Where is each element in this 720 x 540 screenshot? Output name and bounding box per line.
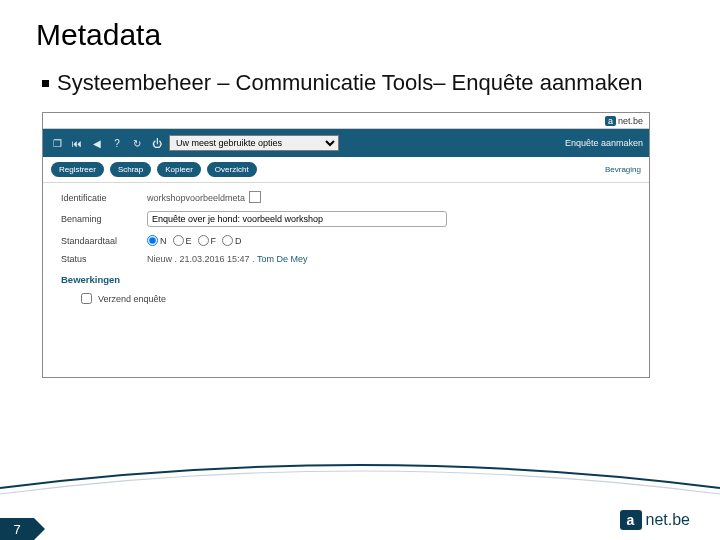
lang-f-label: F	[211, 236, 217, 246]
bewerkingen-label: Bewerkingen	[61, 274, 147, 285]
status-user-link[interactable]: Tom De Mey	[257, 254, 308, 264]
footer-logo-text: net.be	[646, 511, 690, 529]
lang-f-radio[interactable]	[198, 235, 209, 246]
rewind-first-icon[interactable]: ⏮	[69, 135, 85, 151]
options-dropdown[interactable]: Uw meest gebruikte opties	[169, 135, 339, 151]
brand-chip: a net.be	[605, 116, 643, 126]
standaardtaal-radios: N E F D	[147, 235, 242, 246]
identificatie-value: workshopvoorbeeldmeta	[147, 193, 245, 203]
lang-n-radio[interactable]	[147, 235, 158, 246]
overzicht-button[interactable]: Overzicht	[207, 162, 257, 177]
standaardtaal-label: Standaardtaal	[61, 236, 147, 246]
verzend-checkbox[interactable]	[81, 293, 92, 304]
app-screenshot: a net.be ❐ ⏮ ◀ ? ↻ ⏻ Uw meest gebruikte …	[42, 112, 650, 378]
decorative-curve	[0, 450, 720, 510]
copy-icon[interactable]	[251, 193, 261, 203]
status-value: Nieuw . 21.03.2016 15:47 .	[147, 254, 255, 264]
brand-a-icon: a	[605, 116, 616, 126]
lang-e-radio[interactable]	[173, 235, 184, 246]
benaming-label: Benaming	[61, 214, 147, 224]
bullet-text: Systeembeheer – Communicatie Tools– Enqu…	[57, 70, 642, 96]
power-icon[interactable]: ⏻	[149, 135, 165, 151]
page-number: 7	[0, 518, 34, 540]
status-label: Status	[61, 254, 147, 264]
footer-logo-a-icon: a	[620, 510, 642, 530]
top-toolbar: ❐ ⏮ ◀ ? ↻ ⏻ Uw meest gebruikte opties En…	[43, 129, 649, 157]
brand-text: net.be	[618, 116, 643, 126]
help-icon[interactable]: ?	[109, 135, 125, 151]
bullet-icon	[42, 80, 49, 87]
brand-bar: a net.be	[43, 113, 649, 129]
history-icon[interactable]: ↻	[129, 135, 145, 151]
identificatie-label: Identificatie	[61, 193, 147, 203]
back-icon[interactable]: ◀	[89, 135, 105, 151]
lang-n-label: N	[160, 236, 167, 246]
registreer-button[interactable]: Registreer	[51, 162, 104, 177]
bullet-row: Systeembeheer – Communicatie Tools– Enqu…	[0, 52, 720, 96]
action-row: Registreer Schrap Kopieer Overzicht Bevr…	[43, 157, 649, 183]
verzend-label: Verzend enquête	[98, 294, 166, 304]
page-title: Enquête aanmaken	[565, 138, 643, 148]
slide-title: Metadata	[0, 0, 720, 52]
form-area: Identificatie workshopvoorbeeldmeta Bena…	[43, 183, 649, 304]
bevraging-link[interactable]: Bevraging	[605, 165, 641, 174]
schrap-button[interactable]: Schrap	[110, 162, 151, 177]
benaming-input[interactable]	[147, 211, 447, 227]
lang-e-label: E	[186, 236, 192, 246]
kopieer-button[interactable]: Kopieer	[157, 162, 201, 177]
lang-d-radio[interactable]	[222, 235, 233, 246]
lang-d-label: D	[235, 236, 242, 246]
footer-logo: a net.be	[620, 510, 690, 530]
new-window-icon[interactable]: ❐	[49, 135, 65, 151]
